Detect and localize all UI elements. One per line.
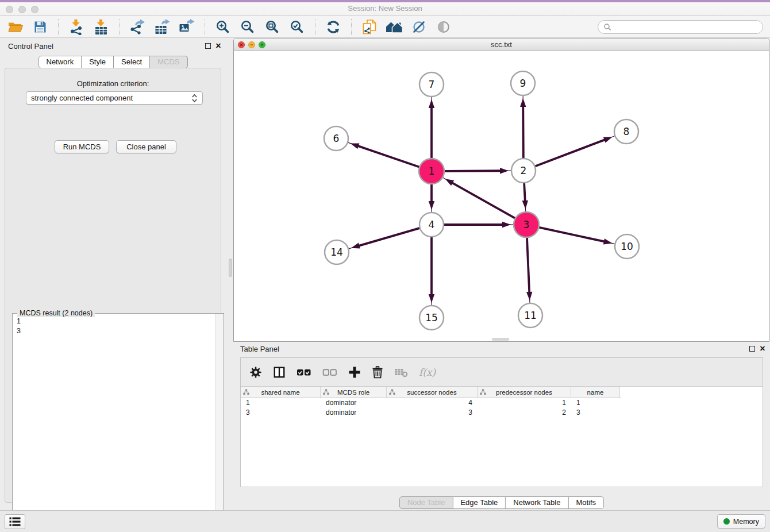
node-7[interactable]: 7 bbox=[419, 72, 444, 97]
column-header-mcds-role[interactable]: MCDS role bbox=[321, 387, 387, 398]
table-settings-button[interactable] bbox=[249, 366, 262, 379]
optimization-criterion-select[interactable]: strongly connected component bbox=[26, 91, 203, 105]
node-1[interactable]: 1 bbox=[419, 159, 444, 184]
optimization-criterion-label: Optimization criterion: bbox=[5, 79, 221, 88]
refresh-icon bbox=[326, 20, 341, 34]
open-session-button[interactable] bbox=[7, 18, 24, 36]
node-6[interactable]: 6 bbox=[324, 126, 348, 151]
network-close-button[interactable] bbox=[238, 41, 245, 48]
search-input[interactable] bbox=[615, 22, 757, 31]
edge-1-6[interactable] bbox=[348, 142, 419, 167]
table-panel-close-button[interactable]: × bbox=[759, 345, 767, 353]
node-8[interactable]: 8 bbox=[614, 119, 638, 144]
status-bar: Memory bbox=[0, 510, 770, 532]
export-image-button[interactable] bbox=[178, 18, 195, 36]
control-panel-tabs: NetworkStyleSelectMCDS bbox=[38, 56, 187, 68]
tab-style[interactable]: Style bbox=[82, 56, 114, 68]
node-table[interactable]: shared nameMCDS rolesuccessor nodesprede… bbox=[241, 386, 763, 487]
column-header-name[interactable]: name bbox=[571, 387, 620, 398]
plus-icon bbox=[348, 366, 361, 379]
zoom-fit-button[interactable] bbox=[264, 18, 281, 36]
edge-1-4[interactable] bbox=[429, 184, 434, 212]
export-network-button[interactable] bbox=[129, 18, 146, 36]
task-history-button[interactable] bbox=[5, 514, 25, 529]
minus-icon bbox=[250, 43, 253, 47]
node-3[interactable]: 3 bbox=[514, 212, 539, 237]
delete-table-icon bbox=[394, 367, 408, 378]
control-panel-float-button[interactable] bbox=[204, 42, 212, 50]
refresh-button[interactable] bbox=[325, 18, 342, 36]
zoom-out-button[interactable] bbox=[239, 18, 256, 36]
edge-2-8[interactable] bbox=[536, 136, 615, 166]
show-columns-button[interactable] bbox=[273, 366, 286, 379]
node-14[interactable]: 14 bbox=[325, 240, 349, 264]
table-panel-float-button[interactable] bbox=[748, 345, 756, 353]
node-label-3: 3 bbox=[523, 219, 530, 230]
close-icon: × bbox=[760, 346, 765, 352]
network-from-file-button[interactable] bbox=[361, 18, 378, 36]
edge-1-7[interactable] bbox=[429, 97, 434, 158]
network-zoom-button[interactable] bbox=[259, 41, 265, 48]
edge-4-3[interactable] bbox=[444, 222, 513, 228]
import-table-button[interactable] bbox=[93, 18, 110, 36]
node-10[interactable]: 10 bbox=[615, 234, 639, 259]
vertical-splitter-handle[interactable] bbox=[229, 259, 232, 277]
tree-icon bbox=[480, 389, 486, 395]
edge-4-14[interactable] bbox=[349, 228, 419, 249]
edge-3-10[interactable] bbox=[539, 228, 614, 245]
search-field[interactable] bbox=[598, 20, 763, 34]
save-session-button[interactable] bbox=[32, 18, 49, 36]
run-mcds-button[interactable]: Run MCDS bbox=[55, 140, 109, 153]
column-header-successor-nodes[interactable]: successor nodes bbox=[387, 387, 478, 398]
column-header-predecessor-nodes[interactable]: predecessor nodes bbox=[478, 387, 571, 398]
network-canvas[interactable]: 7968124314101511 bbox=[234, 51, 769, 341]
tab-network[interactable]: Network bbox=[38, 56, 82, 68]
tab-network-table[interactable]: Network Table bbox=[506, 496, 568, 509]
control-panel-close-button[interactable]: × bbox=[214, 42, 222, 50]
mcds-result-scrollbar[interactable] bbox=[215, 314, 224, 532]
node-4[interactable]: 4 bbox=[419, 213, 444, 237]
node-15[interactable]: 15 bbox=[419, 306, 444, 330]
delete-row-button[interactable] bbox=[372, 366, 383, 379]
column-header-label: MCDS role bbox=[337, 389, 369, 396]
node-label-9: 9 bbox=[520, 78, 526, 89]
edge-3-1[interactable] bbox=[443, 178, 515, 218]
network-window-titlebar[interactable]: scc.txt bbox=[234, 38, 769, 51]
add-row-button[interactable] bbox=[348, 366, 361, 379]
table-row[interactable]: 3dominator323 bbox=[241, 408, 621, 418]
node-2[interactable]: 2 bbox=[511, 159, 536, 183]
table-row[interactable]: 1dominator411 bbox=[241, 398, 621, 408]
zoom-in-button[interactable] bbox=[214, 18, 232, 36]
memory-button[interactable]: Memory bbox=[717, 514, 765, 529]
tab-node-table[interactable]: Node Table bbox=[399, 496, 453, 509]
table-cell: 3 bbox=[571, 408, 620, 418]
edge-2-9[interactable] bbox=[520, 96, 526, 158]
horizontal-splitter-handle[interactable] bbox=[492, 338, 509, 341]
home-button[interactable] bbox=[386, 18, 403, 36]
edge-4-15[interactable] bbox=[429, 237, 434, 305]
network-minimize-button[interactable] bbox=[248, 41, 255, 48]
bird-eye-view-button[interactable] bbox=[435, 18, 452, 36]
deselect-all-button[interactable] bbox=[322, 367, 337, 377]
select-all-button[interactable] bbox=[297, 367, 311, 377]
column-header-shared-name[interactable]: shared name bbox=[241, 387, 321, 398]
tab-motifs[interactable]: Motifs bbox=[568, 496, 604, 509]
graphics-details-button[interactable] bbox=[410, 18, 428, 36]
node-9[interactable]: 9 bbox=[511, 71, 535, 95]
tab-select[interactable]: Select bbox=[114, 56, 150, 68]
network-window-title: scc.txt bbox=[491, 40, 512, 49]
column-header-label: shared name bbox=[261, 389, 299, 396]
import-network-button[interactable] bbox=[68, 18, 85, 36]
close-panel-button[interactable]: Close panel bbox=[116, 140, 176, 153]
node-11[interactable]: 11 bbox=[518, 303, 542, 327]
node-label-1: 1 bbox=[429, 165, 435, 177]
tab-mcds[interactable]: MCDS bbox=[150, 56, 187, 68]
edge-1-2[interactable] bbox=[445, 168, 511, 174]
table-panel-title: Table Panel bbox=[240, 345, 279, 353]
export-table-button[interactable] bbox=[153, 18, 171, 36]
tab-edge-table[interactable]: Edge Table bbox=[453, 496, 506, 509]
edge-3-11[interactable] bbox=[526, 238, 532, 303]
zoom-selected-button[interactable] bbox=[288, 18, 306, 36]
mcds-result-box: MCDS result (2 nodes) 13 bbox=[12, 313, 224, 532]
edge-2-3[interactable] bbox=[522, 183, 528, 211]
